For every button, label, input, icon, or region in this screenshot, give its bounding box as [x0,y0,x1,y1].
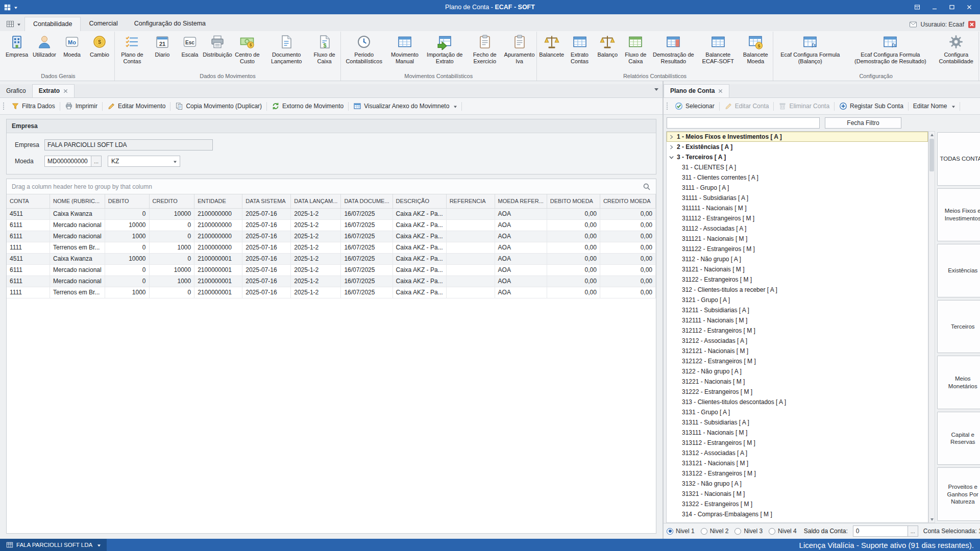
ribbon-button-balancete-ecaf-soft[interactable]: Balancete ECAF-SOFT [697,32,739,72]
ribbon-button-distribuicao[interactable]: Distribuição [204,32,231,72]
column-header-nome-rubric[interactable]: NOME (RUBRIC... [50,194,105,208]
ribbon-tab-contabilidade[interactable]: Contabilidade [24,17,81,31]
toolbar-button-editar-conta[interactable]: Editar Conta [721,99,773,113]
column-header-credito-moeda[interactable]: CREDITO MOEDA [600,194,655,208]
nivel-radio-3[interactable]: Nivel 3 [734,528,763,535]
ribbon-button-demostracao-de-resultado[interactable]: Demostração de Resultado [650,32,697,72]
saldo-field[interactable] [853,525,908,537]
search-icon[interactable] [643,183,651,191]
ribbon-button-balancete-moeda[interactable]: $Balancete Moeda [739,32,772,72]
tree-node-31311-subsidiarias-a[interactable]: 31311 - Subsidiarias [ A ] [667,417,928,428]
fecha-filtro-button[interactable]: Fecha Filtro [825,117,901,129]
scroll-down-icon[interactable] [929,516,935,522]
ribbon-button-fluxo-de-caixa[interactable]: Fluxo de Caixa [621,32,650,72]
tree-node-312111-nacionais-m[interactable]: 312111 - Nacionais [ M ] [667,315,928,325]
grid-row[interactable]: 4511Caixa Kwanza01000021000000002025-07-… [7,208,656,219]
tree-node-3122-nao-grupo-a[interactable]: 3122 - Não grupo [ A ] [667,366,928,377]
ribbon-button-cambio[interactable]: $Cambio [86,32,113,72]
ribbon-tab-configuracao-do-sistema[interactable]: Configuração do Sistema [126,17,214,31]
tree-node-3112-nao-grupo-a[interactable]: 3112 - Não grupo [ A ] [667,254,928,264]
toolbar-button-editar-nome[interactable]: Editar Nome [910,100,959,112]
tree-node-313121-nacionais-m[interactable]: 313121 - Nacionais [ M ] [667,458,928,468]
toolbar-button-registar-sub-conta[interactable]: Registar Sub Conta [836,99,907,113]
ribbon-button-ecaf-configura-formula-demostracao-de-resultado[interactable]: fxEcaf Configura Formula (Demostração de… [846,32,935,72]
tab-extrato[interactable]: Extrato [32,84,75,97]
grid-scroll-area[interactable]: CONTANOME (RUBRIC...DEBITOCREDITOENTIDAD… [7,194,656,533]
toolbar-button-visualizar-anexo-do-movimneto[interactable]: Visualizar Anexo do Movimneto [350,99,460,113]
tree-node-312112-estrangeiros-m[interactable]: 312112 - Estrangeiros [ M ] [667,325,928,336]
moeda-currency-select[interactable]: KZ [108,156,180,167]
ribbon-button-balancete[interactable]: Balancete [538,32,566,72]
column-header-data-lancam[interactable]: DATA LANÇAM... [291,194,341,208]
categoria-button-capital-e-reservas[interactable]: Capital e Reservas [937,412,980,465]
column-header-data-docume[interactable]: DATA DOCUME... [341,194,393,208]
tree-node-31111-subsidiarias-a[interactable]: 31111 - Subsidiarias [ A ] [667,193,928,203]
tree-node-31212-associadas-a[interactable]: 31212 - Associadas [ A ] [667,336,928,346]
column-header-credito[interactable]: CREDITO [149,194,194,208]
scrollbar-thumb[interactable] [929,139,934,171]
tree-node-313122-estrangeiros-m[interactable]: 313122 - Estrangeiros [ M ] [667,468,928,479]
ribbon-button-extrato-contas[interactable]: Extrato Contas [566,32,594,72]
ribbon-display-options-button[interactable] [909,1,926,13]
saldo-ellipsis-button[interactable]: ... [908,525,918,537]
moeda-ellipsis-button[interactable]: ... [91,156,102,167]
tree-node-3121-grupo-a[interactable]: 3121 - Grupo [ A ] [667,295,928,305]
ribbon-button-plano-de-contas[interactable]: Plano de Contas [116,32,149,72]
tree-node-311111-nacionais-m[interactable]: 311111 - Nacionais [ M ] [667,203,928,213]
ribbon-button-utilizador[interactable]: Utilizador [31,32,58,72]
ribbon-button-documento-lancamento[interactable]: Documento Lançamento [263,32,309,72]
tree-node-31222-estrangeiros-m[interactable]: 31222 - Estrangeiros [ M ] [667,387,928,397]
tree-node-3111-grupo-a[interactable]: 3111 - Grupo [ A ] [667,183,928,193]
column-header-data-sistema[interactable]: DATA SISTEMA [242,194,291,208]
tree-node-314-compras-embalagens-m[interactable]: 314 - Compras-Embalagens [ M ] [667,509,928,519]
column-header-referencia[interactable]: REFERENCIA [446,194,495,208]
toolbar-button-editar-movimento[interactable]: Editar Movimento [104,99,169,113]
tree-node-31211-subsidiarias-a[interactable]: 31211 - Subsidiarias [ A ] [667,305,928,315]
nivel-radio-4[interactable]: Nivel 4 [769,528,797,535]
collapsed-arrow-icon[interactable] [668,143,677,151]
toolbar-grip[interactable] [666,102,669,110]
tree-node-2-existencias-a[interactable]: 2 - Existências [ A ] [667,142,928,152]
toolbar-button-eliminar-conta[interactable]: Eliminar Conta [775,99,833,113]
ribbon-button-apuramento-iva[interactable]: Apuramento Iva [503,32,535,72]
ribbon-button-escala[interactable]: EscEscala [176,32,204,72]
ribbon-button-moeda[interactable]: MoMoeda [58,32,86,72]
close-button[interactable] [961,1,978,13]
tree-node-31322-estrangeiros-m[interactable]: 31322 - Estrangeiros [ M ] [667,499,928,509]
ribbon-tab-comercial[interactable]: Comercial [81,17,126,31]
close-tab-icon[interactable] [718,89,723,93]
tree-node-3131-grupo-a[interactable]: 3131 - Grupo [ A ] [667,407,928,417]
categoria-button-terceiros[interactable]: Terceiros [937,300,980,354]
tree-node-311112-estrangeiros-m[interactable]: 311112 - Estrangeiros [ M ] [667,213,928,223]
toolbar-button-selecionar[interactable]: Selecionar [671,99,718,113]
toolbar-button-filtra-dados[interactable]: Filtra Dados [8,99,59,113]
group-by-bar[interactable]: Drag a column header here to group by th… [7,179,656,194]
tree-node-3132-nao-grupo-a[interactable]: 3132 - Não grupo [ A ] [667,479,928,489]
ribbon-button-centro-de-custo[interactable]: $Centro de Custo [231,32,263,72]
expanded-arrow-icon[interactable] [668,154,677,161]
quick-access-caret-icon[interactable] [14,7,17,10]
conta-filter-input[interactable] [667,117,820,129]
company-selector[interactable]: FALA PARCIOLLI SOFT LDA [0,539,107,551]
ribbon-button-balanco[interactable]: Balanço [594,32,621,72]
grid-row[interactable]: 4511Caixa Kwanza10000021000000012025-07-… [7,253,656,264]
grid-row[interactable]: 6111Mercado nacional0100021000000012025-… [7,276,656,287]
tree-node-312122-estrangeiros-m[interactable]: 312122 - Estrangeiros [ M ] [667,356,928,366]
categoria-button-meios-monetarios[interactable]: Meios Monetários [937,356,980,409]
empresa-field[interactable] [44,139,213,151]
tree-node-31-clientes-a[interactable]: 31 - CLIENTES [ A ] [667,162,928,172]
ribbon-button-diario[interactable]: 21Diario [149,32,176,72]
column-header-descricao[interactable]: DESCRIÇÃO [393,194,446,208]
grid-row[interactable]: 6111Mercado nacional10000021000000002025… [7,219,656,231]
toolbar-grip[interactable] [3,102,5,110]
scrollbar-track[interactable] [929,138,935,516]
scroll-up-icon[interactable] [929,132,935,138]
tree-node-31221-nacionais-m[interactable]: 31221 - Nacionais [ M ] [667,377,928,387]
column-header-moeda-refer[interactable]: MOEDA REFER... [495,194,547,208]
grid-row[interactable]: 6111Mercado nacional01000021000000012025… [7,264,656,276]
ribbon-button-ecaf-configura-formula-balanco[interactable]: fxEcaf Configura Formula (Balanço) [774,32,846,72]
column-header-debito[interactable]: DEBITO [105,194,149,208]
tree-node-311-clientes-correntes-a[interactable]: 311 - Clientes correntes [ A ] [667,172,928,183]
ribbon-button-fluxo-de-caixa[interactable]: $Fluxo de Caixa [309,32,339,72]
tree-node-1-meios-fixos-e-investimentos-a[interactable]: 1 - Meios Fixos e Investimentos [ A ] [667,132,928,142]
